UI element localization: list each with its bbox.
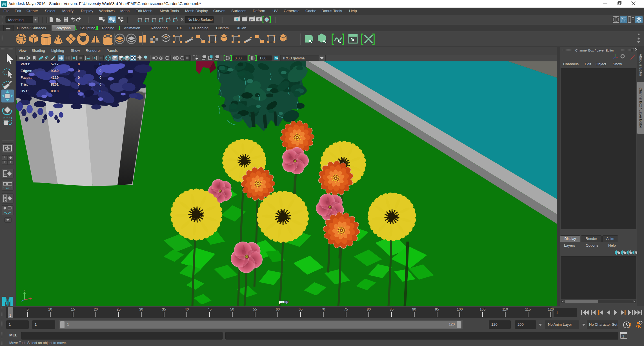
svg-text:{;}: {;} <box>621 334 624 338</box>
svg-text:5717: 5717 <box>51 62 59 66</box>
svg-text:10: 10 <box>48 307 52 311</box>
svg-text:0: 0 <box>78 82 80 86</box>
svg-text:115: 115 <box>525 307 531 311</box>
svg-text:100: 100 <box>457 307 463 311</box>
svg-text:90: 90 <box>412 307 416 311</box>
svg-text:4319: 4319 <box>51 76 59 80</box>
svg-text:0: 0 <box>99 62 101 66</box>
svg-text:sRGB gamma: sRGB gamma <box>283 56 305 60</box>
svg-text:55: 55 <box>253 307 257 311</box>
svg-text:No Live Surface: No Live Surface <box>188 18 213 22</box>
svg-text:0: 0 <box>78 69 80 73</box>
svg-text:0.00: 0.00 <box>235 56 241 60</box>
svg-text:Edges:: Edges: <box>21 69 32 73</box>
svg-text:8261: 8261 <box>51 82 59 86</box>
svg-text:Faces:: Faces: <box>21 76 32 80</box>
svg-text:25: 25 <box>117 307 121 311</box>
svg-text:110: 110 <box>502 307 508 311</box>
svg-text:85: 85 <box>390 307 394 311</box>
svg-text:5: 5 <box>27 307 29 311</box>
svg-text:15: 15 <box>71 307 75 311</box>
svg-text:50: 50 <box>230 307 234 311</box>
svg-text:1: 1 <box>9 314 11 318</box>
svg-text:0: 0 <box>99 82 101 86</box>
svg-text:70: 70 <box>321 307 325 311</box>
svg-text:0: 0 <box>99 89 101 93</box>
svg-text:ON: ON <box>275 57 278 59</box>
svg-text:0: 0 <box>78 89 80 93</box>
svg-text:IPR: IPR <box>250 19 254 21</box>
svg-text:30: 30 <box>139 307 143 311</box>
svg-text:45: 45 <box>208 307 212 311</box>
svg-text:0: 0 <box>99 76 101 80</box>
svg-text:20: 20 <box>94 307 98 311</box>
svg-text:8310: 8310 <box>51 89 59 93</box>
svg-text:persp: persp <box>279 300 288 304</box>
svg-text:95: 95 <box>435 307 439 311</box>
svg-text:Modeling: Modeling <box>8 18 24 22</box>
svg-text:0: 0 <box>78 76 80 80</box>
svg-text:120: 120 <box>548 307 554 311</box>
svg-text:1: 1 <box>556 311 558 315</box>
svg-text:65: 65 <box>299 307 303 311</box>
svg-text:105: 105 <box>480 307 486 311</box>
svg-text:Tris:: Tris: <box>21 82 28 86</box>
svg-text:Verts:: Verts: <box>21 62 30 66</box>
svg-text:+: + <box>630 249 631 252</box>
svg-text:0: 0 <box>78 62 80 66</box>
svg-text:1.00: 1.00 <box>259 56 266 60</box>
svg-text:y: y <box>24 289 25 292</box>
svg-text:9360: 9360 <box>51 69 59 73</box>
svg-text:75: 75 <box>344 307 348 311</box>
svg-text:T: T <box>100 56 102 60</box>
svg-text:40: 40 <box>185 307 189 311</box>
svg-text:UVs:: UVs: <box>21 89 28 93</box>
svg-text:60: 60 <box>276 307 280 311</box>
svg-text:80: 80 <box>367 307 371 311</box>
svg-text:35: 35 <box>162 307 166 311</box>
svg-text:0: 0 <box>99 69 101 73</box>
